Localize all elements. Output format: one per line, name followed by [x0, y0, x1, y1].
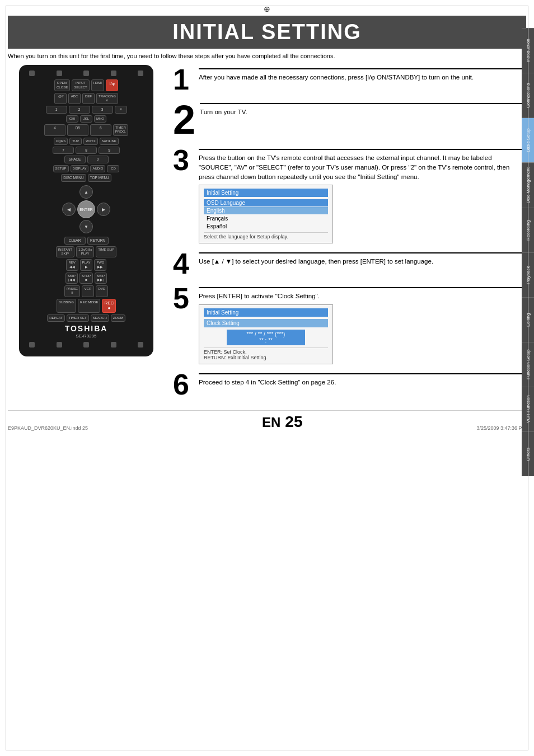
- dubbing-button[interactable]: DUBBING: [57, 299, 76, 313]
- sidebar-item-playback[interactable]: Playback: [522, 252, 534, 297]
- num-2-button[interactable]: 2: [69, 106, 90, 114]
- rev-button[interactable]: REV◀◀: [66, 259, 78, 270]
- sidebar-item-vcr-function[interactable]: VCR Function: [522, 387, 534, 431]
- display-button[interactable]: DISPLAY: [71, 165, 89, 172]
- rec-button[interactable]: REC●: [102, 299, 116, 313]
- search-button[interactable]: SEARCH: [91, 314, 109, 322]
- step-6-text: Proceed to step 4 in "Clock Setting" on …: [199, 378, 526, 387]
- remote-row-repeat: REPEAT TIMER SET SEARCH ZOOM: [25, 314, 148, 322]
- remote-control: OPEN/CLOSE INPUTSELECT HDMI I/φ .@!/ ABC…: [19, 65, 153, 356]
- sidebar-item-disc-management[interactable]: Disc Management: [522, 162, 534, 208]
- clear-button[interactable]: CLEAR: [64, 237, 86, 245]
- step-2-number: 2: [173, 100, 195, 140]
- play-button[interactable]: PLAY▶: [80, 259, 93, 270]
- step-1-divider: [199, 68, 526, 69]
- repeat-button[interactable]: REPEAT: [47, 314, 65, 322]
- space-button[interactable]: SPACE: [64, 156, 86, 163]
- label-ghi-btn: GHI: [66, 115, 78, 123]
- sidebar-item-connections[interactable]: Connections: [522, 73, 534, 118]
- bottom-bar: E9PKAUD_DVR620KU_EN.indd 25 EN 25 3/25/2…: [8, 410, 526, 431]
- num-8-button[interactable]: 8: [76, 147, 97, 154]
- sidebar-tabs: Introduction Connections Basic Setup Dis…: [522, 28, 534, 476]
- num-1-button[interactable]: 1: [46, 106, 67, 114]
- remote-row-clear-return: CLEAR RETURN: [25, 237, 148, 245]
- fwd-button[interactable]: FWD▶▶: [94, 259, 106, 270]
- step-1-text: After you have made all the necessary co…: [199, 73, 526, 82]
- label-pqrs-btn: PQRS: [54, 138, 68, 145]
- title-area: INITIAL SETTING: [8, 16, 526, 49]
- setup-button[interactable]: SETUP: [53, 165, 69, 172]
- step-6: 6 Proceed to step 4 in "Clock Setting" o…: [173, 370, 526, 399]
- play-speed-button[interactable]: 1.2x/0.8xPLAY: [76, 246, 94, 257]
- timer-set-button[interactable]: TIMER SET: [67, 314, 89, 322]
- enter-button[interactable]: ENTER: [77, 200, 95, 218]
- power-button[interactable]: I/φ: [106, 79, 118, 91]
- time-slip-button[interactable]: TIME SLIP: [96, 246, 116, 257]
- steps-area: 1 After you have made all the necessary …: [170, 65, 526, 405]
- sidebar-item-recording[interactable]: Recording: [522, 208, 534, 252]
- dpad-down-button[interactable]: ▼: [79, 220, 93, 233]
- indicator-dot: [111, 71, 116, 76]
- num-0-button[interactable]: 0: [87, 156, 109, 163]
- dpad-right-button[interactable]: ▶: [97, 203, 110, 216]
- indicator-dot: [111, 342, 116, 348]
- remote-bottom-indicator: [25, 341, 148, 349]
- input-select-button[interactable]: INPUTSELECT: [72, 79, 89, 91]
- num-6-button[interactable]: 6: [90, 124, 111, 135]
- dpad: ▲ ▼ ◀ ▶ ENTER: [61, 184, 111, 234]
- step-3-content: Press the button on the TV's remote cont…: [199, 145, 526, 243]
- remote-row-num1: 1 2 3 ∨: [25, 106, 148, 114]
- screen-5-clock-line1: *** / ** / *** (***) ** : **: [227, 330, 305, 345]
- step-4-text: Use [▲ / ▼] to select your desired langu…: [199, 257, 526, 266]
- skip-prev-button[interactable]: SKIP|◀◀: [65, 273, 78, 284]
- num-7-button[interactable]: 7: [53, 147, 74, 154]
- dpad-left-button[interactable]: ◀: [62, 203, 76, 216]
- screen-3-item-2: Français: [204, 215, 328, 222]
- step-3-divider: [199, 149, 526, 150]
- sidebar-item-introduction[interactable]: Introduction: [522, 28, 534, 73]
- rec-mode-button[interactable]: REC MODE: [78, 299, 100, 313]
- remote-row-skip-stop: SKIP|◀◀ STOP■ SKIP▶▶|: [25, 273, 148, 284]
- sidebar-item-basic-setup[interactable]: Basic Setup: [522, 118, 534, 162]
- remote-row-num3-labels: PQRS TUV WXYZ SAT/LINK: [25, 138, 148, 145]
- satlink-btn[interactable]: SAT/LINK: [100, 138, 119, 145]
- sidebar-item-editing[interactable]: Editing: [522, 297, 534, 342]
- step-1: 1 After you have made all the necessary …: [173, 65, 526, 94]
- skip-next-button[interactable]: SKIP▶▶|: [95, 273, 107, 284]
- instant-skip-button[interactable]: INSTANTSKIP: [56, 246, 74, 257]
- label-tuv-btn: TUV: [69, 138, 82, 145]
- step-6-divider: [199, 373, 526, 374]
- return-button[interactable]: RETURN: [87, 237, 109, 245]
- zoom-button[interactable]: ZOOM: [111, 314, 125, 322]
- step-2-divider: [200, 103, 526, 104]
- indicator-dot: [83, 71, 89, 76]
- timer-prog-btn[interactable]: TIMERPROG.: [113, 124, 128, 135]
- remote-area: OPEN/CLOSE INPUTSELECT HDMI I/φ .@!/ ABC…: [8, 65, 165, 405]
- vcr-button[interactable]: VCR: [82, 285, 94, 297]
- step-5-content: Press [ENTER] to activate "Clock Setting…: [199, 284, 526, 364]
- label-1-btn: .@!/: [54, 93, 67, 104]
- num-4-button[interactable]: 4: [44, 124, 65, 135]
- file-info-right: 3/25/2009 3:47:36 PM: [476, 425, 526, 431]
- label-3-btn: DEF: [82, 93, 95, 104]
- open-close-button[interactable]: OPEN/CLOSE: [54, 79, 70, 91]
- pause-button[interactable]: PAUSEII: [64, 285, 80, 297]
- num-9-button[interactable]: 9: [99, 147, 120, 154]
- dpad-up-button[interactable]: ▲: [79, 185, 93, 199]
- top-menu-button[interactable]: TOP MENU: [88, 174, 111, 182]
- sidebar-item-function-setup[interactable]: Function Setup: [522, 342, 534, 387]
- tracking-down-btn[interactable]: ∨: [115, 106, 127, 114]
- disc-menu-button[interactable]: DISC MENU: [61, 174, 86, 182]
- audio-button[interactable]: AUDIO: [90, 165, 105, 172]
- dvd-button[interactable]: DVD: [96, 285, 108, 297]
- tracking-btn[interactable]: TRACKING∧: [96, 93, 118, 104]
- step-3-text: Press the button on the TV's remote cont…: [199, 153, 526, 181]
- cd-button[interactable]: CD: [107, 165, 119, 172]
- num-d5-button[interactable]: D5: [67, 124, 88, 135]
- num-3-button[interactable]: 3: [92, 106, 113, 114]
- screen-5-clock-title: Clock Setting: [204, 319, 328, 327]
- stop-button[interactable]: STOP■: [79, 273, 93, 284]
- step-2-content: Turn on your TV.: [200, 100, 526, 117]
- hdmi-button[interactable]: HDMI: [91, 79, 104, 91]
- sidebar-item-others[interactable]: Others: [522, 431, 534, 476]
